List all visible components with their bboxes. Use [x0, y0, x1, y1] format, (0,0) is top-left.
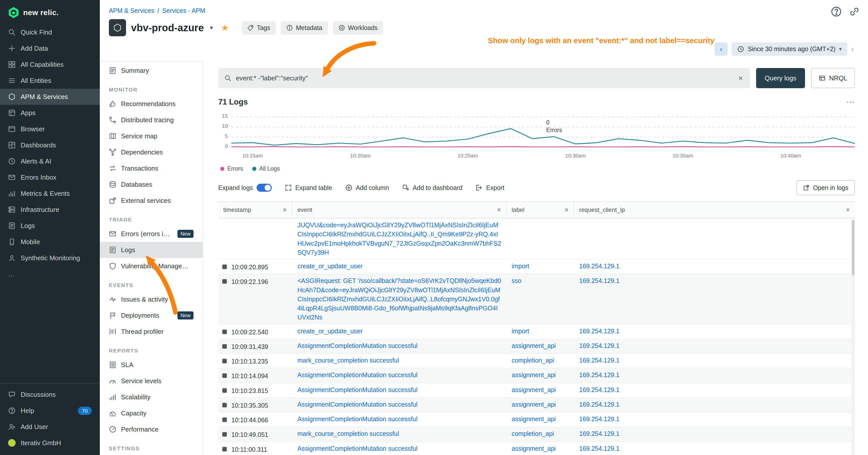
table-row[interactable]: 10:10:44.066 AssignmentCompletionMutatio…	[218, 413, 855, 427]
log-search-box[interactable]: ×	[218, 68, 750, 88]
global-nav-quick-find[interactable]: Quick Find	[0, 24, 100, 40]
log-event-link[interactable]: <ASGIRequest: GET '/sso/callback/?state=…	[298, 276, 501, 322]
log-label-link[interactable]: import	[512, 326, 529, 335]
service-nav-recommendations[interactable]: Recommendations	[100, 96, 203, 112]
log-event-link[interactable]: create_or_update_user	[298, 261, 363, 270]
add-column-button[interactable]: Add column	[345, 184, 389, 192]
row-handle-icon[interactable]	[222, 403, 227, 408]
breadcrumb-apm-services[interactable]: APM & Services	[109, 7, 155, 14]
legend-all-logs[interactable]: All Logs	[252, 165, 280, 172]
global-nav-apm-services[interactable]: APM & Services	[0, 89, 100, 105]
log-label-link[interactable]: assignment_api	[512, 385, 556, 394]
remove-column-icon[interactable]: ×	[842, 206, 850, 214]
table-row[interactable]: 10:09:22.196 <ASGIRequest: GET '/sso/cal…	[218, 274, 855, 324]
row-handle-icon[interactable]	[222, 388, 227, 393]
service-nav-sla[interactable]: SLA	[100, 357, 203, 373]
log-label-link[interactable]: import	[512, 261, 529, 270]
copy-link-icon[interactable]	[849, 6, 860, 17]
service-nav-dependencies[interactable]: Dependencies	[100, 144, 203, 160]
log-label-link[interactable]: assignment_api	[512, 444, 556, 453]
row-handle-icon[interactable]	[222, 344, 227, 349]
global-nav-alerts-ai[interactable]: Alerts & AI	[0, 153, 100, 169]
open-in-logs-button[interactable]: Open in logs	[797, 180, 855, 195]
clear-query-icon[interactable]: ×	[737, 73, 744, 83]
log-ip-link[interactable]: 169.254.129.1	[579, 370, 620, 380]
row-handle-icon[interactable]	[222, 279, 227, 284]
column-header-label[interactable]: label ×	[506, 202, 574, 218]
global-nav-synthetic-monitoring[interactable]: Synthetic Monitoring	[0, 250, 100, 266]
log-event-link[interactable]: AssignmentCompletionMutation successful	[298, 385, 417, 394]
log-ip-link[interactable]: 169.254.129.1	[579, 341, 620, 350]
column-header-timestamp[interactable]: timestamp ×	[218, 202, 292, 218]
column-header-event[interactable]: event ×	[292, 202, 506, 218]
log-event-link[interactable]: mark_course_completion successful	[298, 429, 399, 438]
log-event-link[interactable]: JUQVU&code=eyJraWQiOiJjcGltY29yZV8wOTl1M…	[298, 221, 501, 257]
entity-chevron-down-icon[interactable]: ▾	[210, 24, 213, 31]
service-nav-capacity[interactable]: Capacity	[100, 405, 203, 421]
log-ip-link[interactable]: 169.254.129.1	[579, 444, 620, 453]
log-label-link[interactable]: assignment_api	[512, 400, 556, 409]
time-back-button[interactable]: ‹	[714, 42, 727, 56]
nrql-button[interactable]: NRQL	[811, 68, 855, 88]
new-relic-logo[interactable]: new relic.	[0, 0, 100, 24]
remove-column-icon[interactable]: ×	[560, 206, 568, 214]
global-nav-dashboards[interactable]: Dashboards	[0, 137, 100, 153]
table-row[interactable]: 10:10:35.305 AssignmentCompletionMutatio…	[218, 398, 855, 413]
service-nav-performance[interactable]: Performance	[100, 421, 203, 437]
global-nav-all-capabilities[interactable]: All Capabilities	[0, 57, 100, 72]
tags-button[interactable]: Tags	[242, 21, 276, 34]
table-row[interactable]: 10:10:14.094 AssignmentCompletionMutatio…	[218, 368, 855, 383]
table-row[interactable]: 10:11:00.311 AssignmentCompletionMutatio…	[218, 442, 855, 455]
service-nav-transactions[interactable]: Transactions	[100, 160, 203, 176]
service-nav-distributed-tracing[interactable]: Distributed tracing	[100, 112, 203, 128]
global-nav-errors-inbox[interactable]: Errors Inbox	[0, 169, 100, 186]
service-nav-logs[interactable]: Logs	[100, 242, 203, 258]
global-nav-add-data[interactable]: Add Data	[0, 40, 100, 57]
log-ip-link[interactable]: 169.254.129.1	[579, 356, 620, 365]
service-nav-vulnerability-management[interactable]: Vulnerability Management	[100, 258, 203, 274]
log-label-link[interactable]: completion_api	[512, 429, 554, 438]
log-ip-link[interactable]: 169.254.129.1	[579, 326, 620, 335]
table-scrollbar[interactable]	[851, 219, 855, 455]
time-forward-button[interactable]: ›	[851, 45, 854, 54]
global-nav-all-entities[interactable]: All Entities	[0, 72, 100, 89]
footer-discussions[interactable]: Discussions	[0, 387, 100, 402]
log-label-link[interactable]: assignment_api	[512, 370, 556, 380]
table-row[interactable]: 10:09:31.439 AssignmentCompletionMutatio…	[218, 339, 855, 354]
global-nav-infrastructure[interactable]: Infrastructure	[0, 201, 100, 218]
export-button[interactable]: Export	[475, 184, 504, 192]
column-header-request-client-ip[interactable]: request_client_ip ×	[574, 202, 855, 218]
help-icon[interactable]	[831, 6, 842, 17]
table-row[interactable]: 10:09:20.895 create_or_update_user impor…	[218, 260, 855, 274]
row-handle-icon[interactable]	[222, 418, 227, 422]
workloads-button[interactable]: Workloads	[333, 21, 383, 34]
footer-add-user[interactable]: Add User	[0, 419, 100, 435]
log-event-link[interactable]: mark_course_completion successful	[298, 356, 399, 365]
log-label-link[interactable]: assignment_api	[512, 415, 556, 423]
table-row[interactable]: JUQVU&code=eyJraWQiOiJjcGltY29yZV8wOTl1M…	[218, 219, 855, 260]
row-handle-icon[interactable]	[222, 432, 227, 436]
service-nav-deployments[interactable]: Deployments New	[100, 307, 203, 324]
table-scrollbar-thumb[interactable]	[852, 220, 855, 275]
row-handle-icon[interactable]	[222, 447, 227, 452]
table-row[interactable]: 10:10:49.051 mark_course_completion succ…	[218, 427, 855, 442]
service-nav-service-map[interactable]: Service map	[100, 128, 203, 144]
log-label-link[interactable]: completion_api	[512, 356, 554, 365]
expand-table-button[interactable]: Expand table	[285, 184, 332, 192]
global-nav-browser[interactable]: Browser	[0, 121, 100, 137]
row-handle-icon[interactable]	[222, 359, 227, 363]
service-nav-scalability[interactable]: Scalability	[100, 389, 203, 405]
expand-logs-toggle[interactable]	[256, 184, 272, 192]
row-handle-icon[interactable]	[222, 264, 227, 269]
table-row[interactable]: 10:10:13.235 mark_course_completion succ…	[218, 354, 855, 368]
favorite-star-icon[interactable]: ★	[221, 23, 228, 33]
table-row[interactable]: 10:10:23.815 AssignmentCompletionMutatio…	[218, 383, 855, 398]
time-picker[interactable]: Since 30 minutes ago (GMT+2) ▾	[732, 42, 847, 56]
service-nav-errors-inbox[interactable]: Errors (errors inb... New	[100, 226, 203, 242]
row-handle-icon[interactable]	[222, 329, 227, 334]
metadata-button[interactable]: Metadata	[281, 21, 328, 34]
service-nav-thread-profiler[interactable]: Thread profiler	[100, 324, 203, 339]
log-event-link[interactable]: AssignmentCompletionMutation successful	[298, 341, 417, 350]
query-logs-button[interactable]: Query logs	[756, 68, 805, 88]
log-ip-link[interactable]: 169.254.129.1	[579, 400, 620, 409]
